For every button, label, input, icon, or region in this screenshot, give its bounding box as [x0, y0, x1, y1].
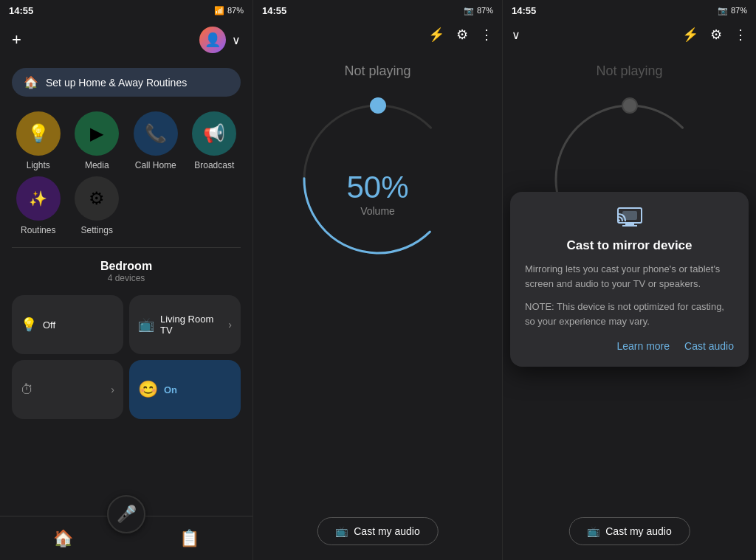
avatar[interactable]: 👤	[199, 27, 226, 53]
cast-modal-title: Cast to mirror device	[525, 238, 734, 253]
middle-status-icons: 📷 87%	[464, 6, 493, 15]
middle-battery: 87%	[477, 6, 493, 15]
svg-rect-6	[625, 223, 634, 225]
callhome-circle: 📞	[134, 111, 178, 156]
cast-device-icon	[616, 207, 643, 227]
settings-label: Settings	[81, 225, 113, 235]
left-battery: 87%	[227, 6, 244, 15]
mic-fab-button[interactable]: 🎤	[107, 495, 145, 533]
smiley-icon: 😊	[138, 380, 158, 399]
quick-action-routines[interactable]: ✨ Routines	[12, 176, 65, 235]
right-panel: 14:55 📷 87% ∨ ⚡ ⚙ ⋮ Not playing	[503, 0, 756, 560]
avatar-container[interactable]: 👤 ∨	[199, 27, 241, 53]
setup-card-label: Set up Home & Away Routines	[46, 77, 187, 89]
device-grid: 💡 Off 📺 Living Room TV › ⏱ › 😊 On	[0, 289, 252, 425]
device-unknown[interactable]: ⏱ ›	[12, 360, 123, 419]
volume-circle[interactable]: 50% Volume	[289, 91, 467, 268]
right-settings-icon[interactable]: ⚙	[710, 27, 722, 43]
middle-status-bar: 14:55 📷 87%	[253, 0, 502, 21]
cast-audio-label: Cast my audio	[354, 525, 419, 537]
right-cast-audio-button[interactable]: 📺 Cast my audio	[568, 517, 690, 545]
left-status-icons: 📶 87%	[214, 6, 244, 15]
device-off-label: Off	[43, 319, 114, 331]
clock-icon: ⏱	[21, 382, 34, 398]
device-living-room-tv[interactable]: 📺 Living Room TV ›	[129, 295, 241, 354]
broadcast-circle: 📢	[192, 111, 236, 156]
middle-header: ⚡ ⚙ ⋮	[253, 21, 502, 49]
section-divider	[12, 247, 241, 248]
cast-mirror-modal: Cast to mirror device Mirroring lets you…	[510, 192, 749, 367]
right-time: 14:55	[512, 5, 536, 16]
svg-rect-7	[622, 225, 637, 227]
cast-modal-icon	[525, 207, 734, 232]
home-nav-icon: 🏠	[53, 529, 73, 548]
lights-circle: 💡	[16, 111, 61, 156]
cast-icon: 📺	[335, 525, 348, 537]
left-time: 14:55	[9, 5, 33, 16]
volume-number: 50%	[346, 170, 408, 205]
phone-icon: 📞	[145, 123, 167, 144]
cast-my-audio-button[interactable]: 📺 Cast my audio	[317, 517, 438, 545]
left-panel: 14:55 📶 87% + 👤 ∨ 🏠 Set up Home & Away R…	[0, 0, 253, 560]
quick-actions-grid: 💡 Lights ▶ Media 📞 Call Home 📢 Broadcast	[0, 106, 252, 176]
home-nav-item[interactable]: 🏠	[53, 529, 73, 548]
svg-point-2	[371, 98, 385, 113]
tv-arrow-icon: ›	[228, 319, 232, 331]
routines-circle: ✨	[16, 176, 61, 221]
middle-panel: 14:55 📷 87% ⚡ ⚙ ⋮ Not playing 50% Volume	[253, 0, 503, 560]
left-header: + 👤 ∨	[0, 21, 252, 59]
equalizer-icon[interactable]: ⚡	[428, 27, 444, 43]
quick-action-broadcast[interactable]: 📢 Broadcast	[188, 111, 241, 170]
cast-modal-note: NOTE: This device is not optimized for c…	[525, 300, 734, 328]
not-playing-text: Not playing	[344, 63, 410, 79]
left-status-bar: 14:55 📶 87%	[0, 0, 252, 21]
device-light-off[interactable]: 💡 Off	[12, 295, 123, 354]
right-cast-icon: 📺	[587, 525, 599, 537]
right-equalizer-icon[interactable]: ⚡	[682, 27, 698, 43]
right-cast-label: Cast my audio	[605, 525, 671, 537]
more-options-icon[interactable]: ⋮	[480, 27, 493, 43]
tv-name: Living Room TV	[160, 314, 222, 336]
routines-icon: ✨	[29, 190, 47, 207]
quick-action-callhome[interactable]: 📞 Call Home	[129, 111, 182, 170]
wifi-icon: 📶	[214, 6, 224, 15]
right-camera-icon: 📷	[718, 6, 728, 15]
broadcast-label: Broadcast	[194, 160, 234, 170]
routines-label: Routines	[21, 225, 55, 235]
list-nav-item[interactable]: 📋	[179, 529, 199, 548]
callhome-label: Call Home	[135, 160, 176, 170]
cast-modal-body: Mirroring lets you cast your phone's or …	[525, 262, 734, 291]
learn-more-link[interactable]: Learn more	[616, 340, 670, 352]
right-more-icon[interactable]: ⋮	[734, 27, 747, 43]
add-button[interactable]: +	[12, 30, 21, 49]
room-device-count: 4 devices	[12, 273, 241, 283]
dropdown-chevron-icon[interactable]: ∨	[232, 33, 241, 47]
mic-icon: 🎤	[117, 505, 137, 524]
quick-actions-row2: ✨ Routines ⚙ Settings	[0, 176, 252, 241]
camera-icon: 📷	[464, 6, 474, 15]
device-on[interactable]: 😊 On	[129, 360, 241, 419]
media-circle: ▶	[75, 111, 119, 156]
broadcast-icon: 📢	[203, 123, 225, 144]
device-on-status: On	[164, 384, 177, 395]
volume-section: Not playing 50% Volume	[253, 49, 502, 268]
cast-audio-link[interactable]: Cast audio	[684, 340, 734, 352]
quick-action-settings[interactable]: ⚙ Settings	[71, 176, 124, 235]
setup-routines-card[interactable]: 🏠 Set up Home & Away Routines	[12, 68, 241, 97]
right-header: ∨ ⚡ ⚙ ⋮	[503, 21, 756, 49]
lights-label: Lights	[27, 160, 50, 170]
light-off-icon: 💡	[21, 317, 37, 333]
middle-time: 14:55	[262, 5, 286, 16]
right-status-bar: 14:55 📷 87%	[503, 0, 756, 21]
volume-label: Volume	[346, 205, 408, 217]
settings-icon[interactable]: ⚙	[456, 27, 468, 43]
list-nav-icon: 📋	[179, 529, 199, 548]
quick-action-media[interactable]: ▶ Media	[71, 111, 124, 170]
room-section: Bedroom 4 devices	[0, 254, 252, 289]
cast-modal-actions: Learn more Cast audio	[525, 340, 734, 352]
settings-circle: ⚙	[75, 176, 119, 221]
home-icon: 🏠	[24, 75, 38, 89]
quick-action-lights[interactable]: 💡 Lights	[12, 111, 65, 170]
right-chevron-icon[interactable]: ∨	[512, 28, 520, 42]
media-icon: ▶	[90, 123, 103, 144]
